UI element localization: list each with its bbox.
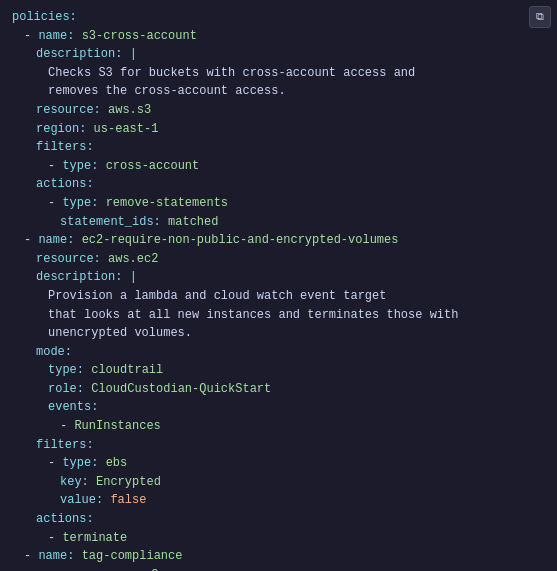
line-item: unencrypted volumes. [12, 324, 545, 343]
line-item: policies: [12, 8, 545, 27]
line-item: - RunInstances [12, 417, 545, 436]
line-item: mode: [12, 343, 545, 362]
line-item: removes the cross-account access. [12, 82, 545, 101]
line-item: type: cloudtrail [12, 361, 545, 380]
line-item: - type: remove-statements [12, 194, 545, 213]
copy-button[interactable]: ⧉ [529, 6, 551, 28]
line-item: resource: aws.s3 [12, 101, 545, 120]
line-item: that looks at all new instances and term… [12, 306, 545, 325]
line-item: resource: aws.ec2 [12, 250, 545, 269]
line-item: - type: cross-account [12, 157, 545, 176]
line-item: value: false [12, 491, 545, 510]
line-item: resource: aws.ec2 [12, 566, 545, 571]
line-item: statement_ids: matched [12, 213, 545, 232]
line-item: actions: [12, 510, 545, 529]
line-item: Provision a lambda and cloud watch event… [12, 287, 545, 306]
code-lines: policies:- name: s3-cross-accountdescrip… [12, 8, 545, 571]
line-item: - name: tag-compliance [12, 547, 545, 566]
line-item: key: Encrypted [12, 473, 545, 492]
line-item: filters: [12, 138, 545, 157]
line-item: - type: ebs [12, 454, 545, 473]
line-item: region: us-east-1 [12, 120, 545, 139]
line-item: role: CloudCustodian-QuickStart [12, 380, 545, 399]
line-item: description: | [12, 268, 545, 287]
line-item: events: [12, 398, 545, 417]
line-item: - name: ec2-require-non-public-and-encry… [12, 231, 545, 250]
line-item: actions: [12, 175, 545, 194]
line-item: - terminate [12, 529, 545, 548]
line-item: - name: s3-cross-account [12, 27, 545, 46]
code-block: ⧉ policies:- name: s3-cross-accountdescr… [0, 0, 557, 571]
line-item: filters: [12, 436, 545, 455]
line-item: Checks S3 for buckets with cross-account… [12, 64, 545, 83]
line-item: description: | [12, 45, 545, 64]
